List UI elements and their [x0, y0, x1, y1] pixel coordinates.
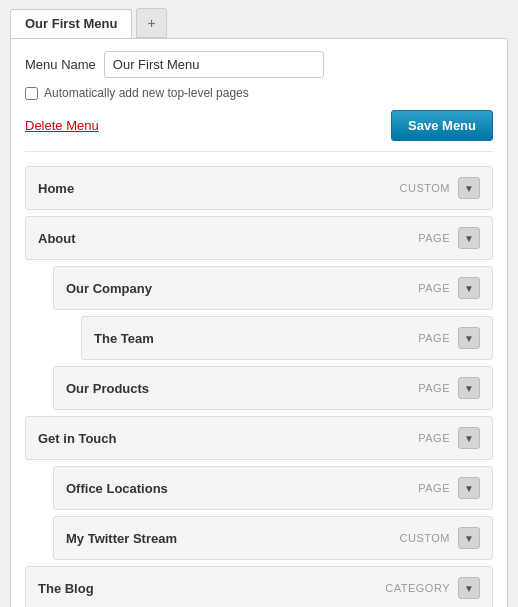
menu-item-our-company[interactable]: Our Company PAGE ▼ [53, 266, 493, 310]
menu-item-our-products[interactable]: Our Products PAGE ▼ [53, 366, 493, 410]
menu-item-type: CATEGORY [385, 582, 450, 594]
menu-name-input[interactable] [104, 51, 324, 78]
menu-item-expand-button[interactable]: ▼ [458, 177, 480, 199]
menu-item-expand-button[interactable]: ▼ [458, 327, 480, 349]
delete-menu-button[interactable]: Delete Menu [25, 118, 99, 133]
auto-add-row: Automatically add new top-level pages [25, 86, 493, 100]
menu-item-about[interactable]: About PAGE ▼ [25, 216, 493, 260]
menu-item-label: The Blog [38, 581, 94, 596]
menu-items-list: Home CUSTOM ▼ About PAGE ▼ Our Company P… [25, 166, 493, 607]
menu-item-expand-button[interactable]: ▼ [458, 527, 480, 549]
menu-item-type: PAGE [418, 482, 450, 494]
actions-row: Delete Menu Save Menu [25, 110, 493, 152]
menu-item-get-in-touch[interactable]: Get in Touch PAGE ▼ [25, 416, 493, 460]
menu-item-label: Our Company [66, 281, 152, 296]
menu-name-label: Menu Name [25, 57, 96, 72]
menu-item-type: CUSTOM [400, 532, 450, 544]
menu-name-row: Menu Name [25, 51, 493, 78]
menu-item-expand-button[interactable]: ▼ [458, 427, 480, 449]
menu-item-label: Our Products [66, 381, 149, 396]
menu-item-expand-button[interactable]: ▼ [458, 577, 480, 599]
menu-item-type: PAGE [418, 382, 450, 394]
menu-item-type: CUSTOM [400, 182, 450, 194]
menu-item-type: PAGE [418, 282, 450, 294]
menu-item-label: My Twitter Stream [66, 531, 177, 546]
save-menu-button[interactable]: Save Menu [391, 110, 493, 141]
menu-item-type: PAGE [418, 432, 450, 444]
tab-bar: Our First Menu + [0, 0, 518, 38]
menu-item-the-blog[interactable]: The Blog CATEGORY ▼ [25, 566, 493, 607]
tab-active[interactable]: Our First Menu [10, 9, 132, 38]
menu-item-the-team[interactable]: The Team PAGE ▼ [81, 316, 493, 360]
menu-item-expand-button[interactable]: ▼ [458, 477, 480, 499]
menu-editor: Our First Menu + Menu Name Automatically… [0, 0, 518, 607]
menu-item-type: PAGE [418, 332, 450, 344]
auto-add-label: Automatically add new top-level pages [44, 86, 249, 100]
menu-item-label: Home [38, 181, 74, 196]
menu-item-label: Get in Touch [38, 431, 116, 446]
menu-item-label: Office Locations [66, 481, 168, 496]
menu-item-office-locations[interactable]: Office Locations PAGE ▼ [53, 466, 493, 510]
menu-item-label: About [38, 231, 76, 246]
menu-item-my-twitter-stream[interactable]: My Twitter Stream CUSTOM ▼ [53, 516, 493, 560]
tab-add-button[interactable]: + [136, 8, 166, 38]
menu-item-type: PAGE [418, 232, 450, 244]
menu-item-label: The Team [94, 331, 154, 346]
auto-add-checkbox[interactable] [25, 87, 38, 100]
menu-item-expand-button[interactable]: ▼ [458, 377, 480, 399]
menu-item-home[interactable]: Home CUSTOM ▼ [25, 166, 493, 210]
menu-item-expand-button[interactable]: ▼ [458, 227, 480, 249]
menu-item-expand-button[interactable]: ▼ [458, 277, 480, 299]
menu-panel: Menu Name Automatically add new top-leve… [10, 38, 508, 607]
